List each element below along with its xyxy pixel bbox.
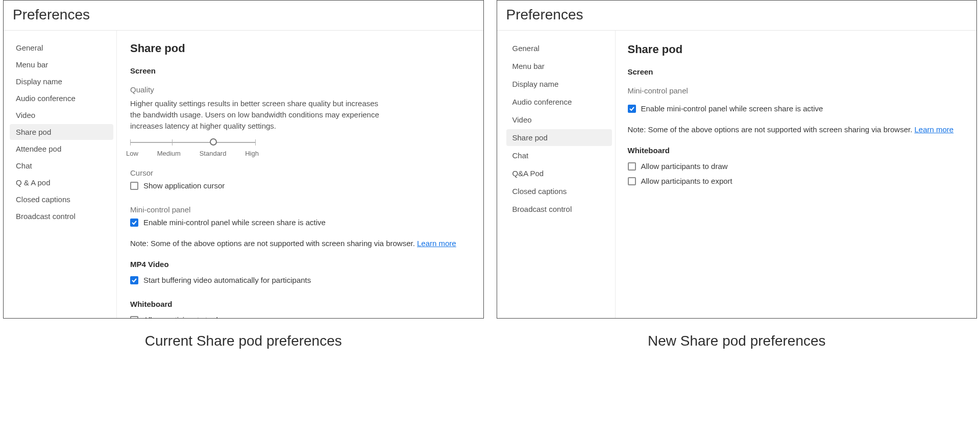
sidebar-item-attendee-pod[interactable]: Attendee pod xyxy=(10,141,113,157)
cursor-label: Cursor xyxy=(130,168,473,177)
sidebar-item-q-a-pod[interactable]: Q & A pod xyxy=(10,175,113,190)
content-heading: Share pod xyxy=(130,42,473,55)
sidebar-item-menu-bar[interactable]: Menu bar xyxy=(506,58,612,75)
slider-handle[interactable] xyxy=(210,138,217,146)
content-area: Share pod Screen Quality Higher quality … xyxy=(117,31,483,318)
sidebar-item-general[interactable]: General xyxy=(10,40,113,56)
sidebar-item-display-name[interactable]: Display name xyxy=(506,76,612,92)
minicontrol-label: Mini-control panel xyxy=(130,205,473,214)
sidebar: GeneralMenu barDisplay nameAudio confere… xyxy=(4,31,117,318)
section-screen: Screen xyxy=(130,66,473,75)
sidebar-item-share-pod[interactable]: Share pod xyxy=(10,124,113,140)
content-area: Share pod Screen Mini-control panel Enab… xyxy=(616,31,977,318)
sidebar-item-broadcast-control[interactable]: Broadcast control xyxy=(10,208,113,224)
enable-minicontrol-checkbox[interactable]: Enable mini-control panel while screen s… xyxy=(628,104,970,113)
checkbox-icon xyxy=(130,219,138,227)
caption-current: Current Share pod preferences xyxy=(3,333,484,349)
wb-export-checkbox[interactable]: Allow participants to export xyxy=(628,177,970,185)
section-mp4: MP4 Video xyxy=(130,260,473,269)
slider-label-low: Low xyxy=(126,150,138,157)
enable-minicontrol-checkbox[interactable]: Enable mini-control panel while screen s… xyxy=(130,218,473,227)
wb-draw-checkbox[interactable]: Allow participants to draw xyxy=(130,316,473,318)
quality-description: Higher quality settings results in bette… xyxy=(130,98,385,131)
sidebar-item-display-name[interactable]: Display name xyxy=(10,74,113,89)
panel-title: Preferences xyxy=(497,1,977,30)
show-cursor-checkbox[interactable]: Show application cursor xyxy=(130,181,473,190)
panel-body: GeneralMenu barDisplay nameAudio confere… xyxy=(497,31,977,318)
sidebar-item-audio-conference[interactable]: Audio conference xyxy=(506,93,612,110)
preferences-panel-new: Preferences GeneralMenu barDisplay nameA… xyxy=(497,0,977,319)
checkbox-label: Allow participants to draw xyxy=(143,316,230,318)
sidebar-item-audio-conference[interactable]: Audio conference xyxy=(10,90,113,106)
sidebar-item-closed-captions[interactable]: Closed captions xyxy=(506,183,612,200)
sidebar-item-video[interactable]: Video xyxy=(506,111,612,128)
slider-label-standard: Standard xyxy=(200,150,227,157)
checkbox-label: Show application cursor xyxy=(143,181,225,190)
checkbox-icon xyxy=(628,177,636,185)
sidebar-item-chat[interactable]: Chat xyxy=(506,147,612,164)
checkbox-label: Start buffering video automatically for … xyxy=(143,276,311,284)
sidebar-item-general[interactable]: General xyxy=(506,40,612,57)
quality-label: Quality xyxy=(130,85,473,94)
checkbox-icon xyxy=(628,105,636,113)
sidebar-item-chat[interactable]: Chat xyxy=(10,158,113,174)
sidebar: GeneralMenu barDisplay nameAudio confere… xyxy=(497,31,616,318)
quality-slider[interactable]: Low Medium Standard High xyxy=(130,137,255,157)
learn-more-link[interactable]: Learn more xyxy=(915,125,954,134)
minicontrol-label: Mini-control panel xyxy=(628,86,970,95)
caption-new: New Share pod preferences xyxy=(497,333,977,349)
slider-label-medium: Medium xyxy=(157,150,181,157)
buffer-video-checkbox[interactable]: Start buffering video automatically for … xyxy=(130,276,473,284)
slider-label-high: High xyxy=(245,150,259,157)
sidebar-item-broadcast-control[interactable]: Broadcast control xyxy=(506,201,612,217)
checkbox-icon xyxy=(628,162,636,171)
checkbox-icon xyxy=(130,316,138,318)
sidebar-item-share-pod[interactable]: Share pod xyxy=(506,129,612,146)
panel-title: Preferences xyxy=(4,1,483,30)
checkbox-label: Allow participants to export xyxy=(641,177,732,185)
content-heading: Share pod xyxy=(628,43,970,56)
sidebar-item-menu-bar[interactable]: Menu bar xyxy=(10,57,113,72)
note-text: Note: Some of the above options are not … xyxy=(628,125,970,134)
checkbox-icon xyxy=(130,276,138,284)
checkbox-label: Enable mini-control panel while screen s… xyxy=(143,218,326,227)
note-text: Note: Some of the above options are not … xyxy=(130,239,473,248)
section-whiteboard: Whiteboard xyxy=(130,300,473,308)
learn-more-link[interactable]: Learn more xyxy=(417,239,456,248)
checkbox-icon xyxy=(130,182,138,190)
checkbox-label: Allow participants to draw xyxy=(641,162,728,171)
preferences-panel-current: Preferences GeneralMenu barDisplay nameA… xyxy=(3,0,484,319)
wb-draw-checkbox[interactable]: Allow participants to draw xyxy=(628,162,970,171)
section-whiteboard: Whiteboard xyxy=(628,146,970,155)
sidebar-item-q-a-pod[interactable]: Q&A Pod xyxy=(506,165,612,182)
sidebar-item-video[interactable]: Video xyxy=(10,107,113,123)
sidebar-item-closed-captions[interactable]: Closed captions xyxy=(10,191,113,207)
section-screen: Screen xyxy=(628,67,970,76)
panel-body: GeneralMenu barDisplay nameAudio confere… xyxy=(4,31,483,318)
checkbox-label: Enable mini-control panel while screen s… xyxy=(641,104,823,113)
